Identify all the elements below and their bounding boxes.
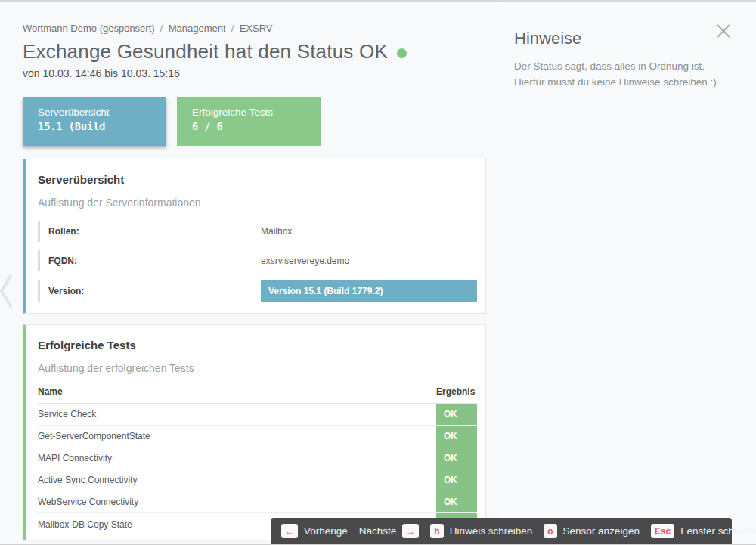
- main-content: Wortmann Demo (gesponsert)ManagementEXSR…: [0, 2, 500, 544]
- dialog: Wortmann Demo (gesponsert)ManagementEXSR…: [0, 2, 756, 544]
- tile-label: Erfolgreiche Tests: [192, 107, 310, 118]
- table-header: Name Ergebnis: [38, 382, 477, 404]
- successful-tests-card: Erfolgreiche Tests Auflistung der erfolg…: [23, 324, 486, 540]
- table-row: Service Check OK: [38, 404, 477, 426]
- previous-chevron-icon[interactable]: [0, 274, 14, 308]
- card-subtitle: Auflistung der Serverinformationen: [38, 197, 477, 209]
- shortcut-bar: ← Vorherige Nächste → h Hinweis schreibe…: [271, 518, 732, 544]
- column-header-name: Name: [38, 386, 436, 397]
- test-result-badge: OK: [436, 404, 477, 425]
- test-result-badge: OK: [436, 447, 477, 469]
- info-row-rollen: Rollen: Mailbox: [38, 221, 477, 242]
- card-title: Erfolgreiche Tests: [38, 339, 477, 351]
- row-accent: [38, 250, 40, 271]
- shortcut-label: Nächste: [359, 525, 397, 537]
- esc-key-icon: Esc: [651, 524, 674, 538]
- h-key-icon: h: [430, 524, 443, 538]
- hints-title: Hinweise: [514, 29, 733, 48]
- table-row: Get-ServerComponentState OK: [38, 426, 477, 447]
- card-title: Serverübersicht: [38, 173, 477, 186]
- shortcut-label: Vorherige: [304, 525, 348, 537]
- shortcut-close-window[interactable]: Esc Fenster schließen: [651, 524, 756, 538]
- shortcut-label: Sensor anzeigen: [563, 525, 640, 537]
- shortcut-next[interactable]: Nächste →: [359, 524, 420, 538]
- table-row: Active Sync Connectivity OK: [38, 469, 477, 491]
- breadcrumb-group[interactable]: Management: [169, 23, 240, 34]
- test-name: MAPI Connectivity: [38, 447, 436, 469]
- tile-label: Serverübersicht: [38, 107, 156, 118]
- hints-body: Der Status sagt, dass alles in Ordnung i…: [514, 59, 733, 91]
- page-title-text: Exchange Gesundheit hat den Status OK: [23, 40, 388, 63]
- test-result-badge: OK: [436, 469, 477, 491]
- row-label: FQDN:: [48, 255, 261, 266]
- server-overview-card: Serverübersicht Auflistung der Serverinf…: [23, 159, 486, 314]
- breadcrumb: Wortmann Demo (gesponsert)ManagementEXSR…: [23, 23, 500, 34]
- card-subtitle: Auflistung der erfolgreichen Tests: [38, 362, 477, 374]
- breadcrumb-sensor[interactable]: EXSRV: [240, 23, 273, 34]
- test-name: Get-ServerComponentState: [38, 426, 436, 447]
- test-name: Service Check: [38, 404, 436, 425]
- test-name: Active Sync Connectivity: [38, 469, 436, 491]
- tests-table: Name Ergebnis Service Check OK Get-Serve…: [38, 382, 477, 535]
- table-row: MAPI Connectivity OK: [38, 447, 477, 469]
- row-value: exsrv.servereye.demo: [261, 255, 477, 266]
- o-key-icon: o: [544, 524, 556, 538]
- test-name: WebService Connectivity: [38, 491, 436, 512]
- breadcrumb-customer[interactable]: Wortmann Demo (gesponsert): [23, 23, 169, 34]
- arrow-left-key-icon: ←: [281, 524, 298, 538]
- hints-panel: Hinweise Der Status sagt, dass alles in …: [500, 2, 756, 544]
- shortcut-label: Fenster schließen: [680, 525, 756, 537]
- status-ok-dot: [397, 48, 407, 58]
- tile-value: 15.1 (Build: [38, 120, 156, 132]
- tile-serveruebersicht[interactable]: Serverübersicht 15.1 (Build: [23, 97, 166, 146]
- date-range: von 10.03. 14:46 bis 10.03. 15:16: [23, 67, 500, 79]
- info-row-version: Version: Version 15.1 (Build 1779.2): [38, 280, 477, 302]
- page-title: Exchange Gesundheit hat den Status OK: [23, 40, 500, 63]
- row-label: Version:: [48, 286, 261, 296]
- shortcut-previous[interactable]: ← Vorherige: [281, 524, 348, 538]
- row-accent: [38, 280, 40, 302]
- summary-tiles: Serverübersicht 15.1 (Build Erfolgreiche…: [23, 97, 500, 146]
- tile-erfolgreiche-tests[interactable]: Erfolgreiche Tests 6 / 6: [177, 97, 321, 146]
- test-result-badge: OK: [436, 491, 477, 512]
- tile-value: 6 / 6: [192, 120, 310, 132]
- table-body: Service Check OK Get-ServerComponentStat…: [38, 404, 477, 535]
- close-icon[interactable]: [715, 23, 732, 39]
- shortcut-write-hint[interactable]: h Hinweis schreiben: [430, 524, 532, 538]
- row-label: Rollen:: [48, 226, 261, 237]
- server-info-rows: Rollen: Mailbox FQDN: exsrv.servereye.de…: [38, 221, 477, 302]
- table-row: WebService Connectivity OK: [38, 491, 477, 513]
- info-row-fqdn: FQDN: exsrv.servereye.demo: [38, 250, 477, 271]
- shortcut-show-sensor[interactable]: o Sensor anzeigen: [544, 524, 640, 538]
- arrow-right-key-icon: →: [402, 524, 419, 538]
- row-value: Mailbox: [261, 226, 477, 237]
- column-header-result: Ergebnis: [436, 386, 477, 397]
- row-accent: [38, 221, 40, 242]
- test-result-badge: OK: [436, 426, 477, 447]
- version-badge: Version 15.1 (Build 1779.2): [261, 280, 477, 302]
- shortcut-label: Hinweis schreiben: [450, 525, 533, 537]
